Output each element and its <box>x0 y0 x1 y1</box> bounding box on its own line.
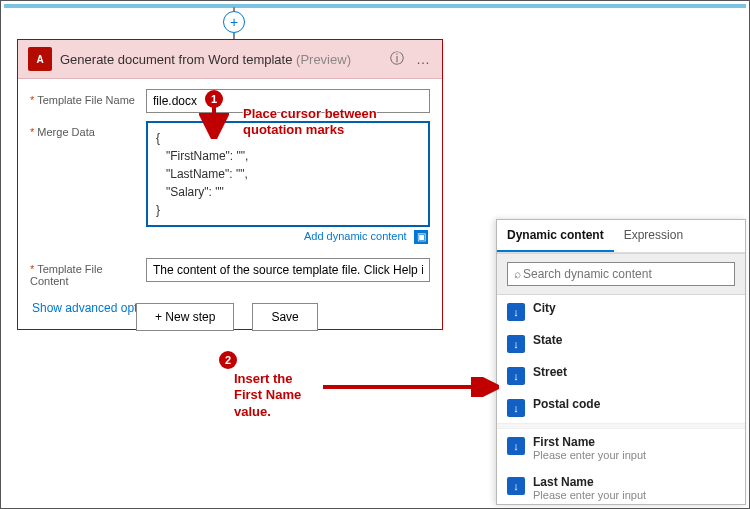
item-label: Street <box>533 365 735 379</box>
label-text: Template File Name <box>37 94 135 106</box>
card-header: A Generate document from Word template (… <box>18 40 442 79</box>
list-item-postal-code[interactable]: ↓ Postal code <box>497 391 745 423</box>
list-item-state[interactable]: ↓ State <box>497 327 745 359</box>
more-icon[interactable]: … <box>414 50 432 68</box>
search-input[interactable] <box>521 266 728 282</box>
variable-icon: ↓ <box>507 437 525 455</box>
tab-dynamic-content[interactable]: Dynamic content <box>497 220 614 252</box>
label-text: Template File Content <box>30 263 103 287</box>
required-mark: * <box>30 94 34 106</box>
card-title-text: Generate document from Word template <box>60 52 292 67</box>
required-mark: * <box>30 263 34 275</box>
callout-badge-2: 2 <box>219 351 237 369</box>
item-label: Postal code <box>533 397 735 411</box>
pdf-icon: A <box>28 47 52 71</box>
dynamic-content-panel: Dynamic content Expression ⌕ ↓ City ↓ St… <box>496 219 746 505</box>
field-label-template-file-name: * Template File Name <box>30 89 138 106</box>
item-label: Last Name <box>533 475 735 489</box>
item-label: City <box>533 301 735 315</box>
variable-icon: ↓ <box>507 367 525 385</box>
required-mark: * <box>30 126 34 138</box>
list-item-city[interactable]: ↓ City <box>497 295 745 327</box>
merge-data-input[interactable]: { "FirstName": "", "LastName": "", "Sala… <box>146 121 430 227</box>
top-accent-bar <box>4 4 746 8</box>
item-label: State <box>533 333 735 347</box>
variable-icon: ↓ <box>507 335 525 353</box>
add-dynamic-content-link[interactable]: Add dynamic content <box>304 230 407 242</box>
item-sublabel: Please enter your input <box>533 489 735 502</box>
tab-expression[interactable]: Expression <box>614 220 693 252</box>
action-card: A Generate document from Word template (… <box>17 39 443 330</box>
add-step-node[interactable]: + <box>223 11 245 33</box>
list-item-last-name[interactable]: ↓ Last Name Please enter your input <box>497 469 745 504</box>
card-body: * Template File Name * Merge Data { "Fir… <box>18 79 442 329</box>
list-item-first-name[interactable]: ↓ First Name Please enter your input <box>497 429 745 469</box>
arrow-icon <box>321 377 499 397</box>
variable-icon: ↓ <box>507 399 525 417</box>
save-button[interactable]: Save <box>252 303 317 331</box>
variable-icon: ↓ <box>507 303 525 321</box>
preview-suffix: (Preview) <box>296 52 351 67</box>
field-label-merge-data: * Merge Data <box>30 121 138 138</box>
variable-icon: ↓ <box>507 477 525 495</box>
label-text: Merge Data <box>37 126 94 138</box>
list-item-street[interactable]: ↓ Street <box>497 359 745 391</box>
search-icon: ⌕ <box>514 267 521 281</box>
dynamic-content-toggle-button[interactable]: ▣ <box>414 230 428 244</box>
annotation-text-2: Insert the First Name value. <box>234 371 324 420</box>
flow-actions: + New step Save <box>136 303 318 331</box>
help-icon[interactable]: ⓘ <box>388 50 406 68</box>
template-file-content-input[interactable] <box>146 258 430 282</box>
template-file-name-input[interactable] <box>146 89 430 113</box>
item-sublabel: Please enter your input <box>533 449 735 462</box>
new-step-button[interactable]: + New step <box>136 303 234 331</box>
search-dynamic-content[interactable]: ⌕ <box>507 262 735 286</box>
field-label-template-file-content: * Template File Content <box>30 258 138 287</box>
card-title: Generate document from Word template (Pr… <box>60 52 380 67</box>
item-label: First Name <box>533 435 735 449</box>
dynamic-content-list: ↓ City ↓ State ↓ Street ↓ Postal code ↓ … <box>497 295 745 504</box>
